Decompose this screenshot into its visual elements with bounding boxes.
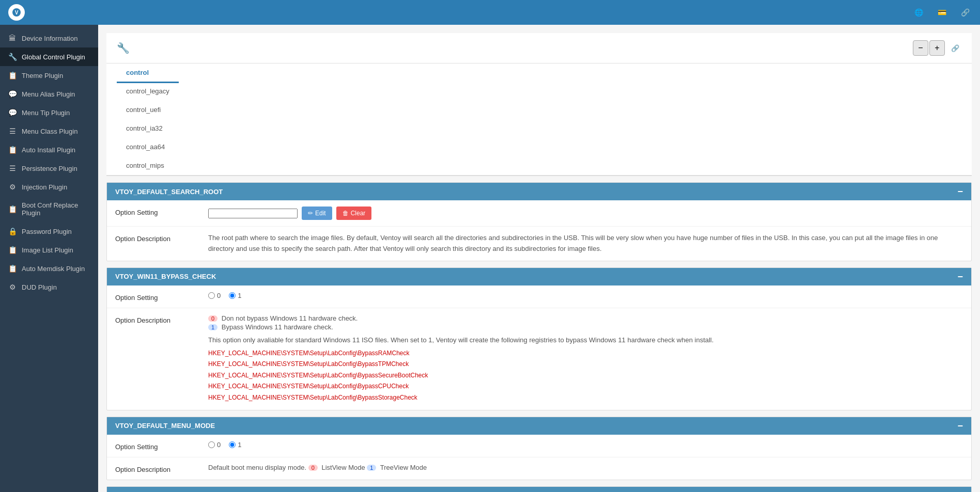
radio-group-1-0: 0 1 [208, 292, 963, 299]
logo-icon: V [8, 4, 25, 21]
section-vtoy-menu-timeout: VTOY_MENU_TIMEOUT −Option SettingOption … [106, 486, 972, 492]
row-label-2-1: Option Description [115, 464, 208, 473]
link-icon: 🔗 [951, 44, 959, 52]
sidebar-label-5: Menu Class Plugin [22, 128, 77, 135]
reg-item-4: HKEY_LOCAL_MACHINE\SYSTEM\Setup\LabConfi… [208, 392, 963, 404]
section-2-row-0: Option Setting 0 1 [107, 435, 971, 457]
sidebar-item-device-information[interactable]: 🏛 Device Information [0, 29, 98, 47]
expand-all-button[interactable]: + [929, 40, 945, 56]
tab-control_ia32[interactable]: control_ia32 [117, 119, 179, 139]
topbar: V 🌐 💳 🔗 [0, 0, 980, 25]
row-label-0-1: Option Description [115, 233, 208, 243]
sidebar-item-auto-memdisk-plugin[interactable]: 📋 Auto Memdisk Plugin [0, 259, 98, 278]
section-2-row-1: Option DescriptionDefault boot menu disp… [107, 457, 971, 480]
section-header-vtoy-menu-timeout[interactable]: VTOY_MENU_TIMEOUT − [107, 487, 971, 492]
sidebar-label-13: DUD Plugin [22, 283, 57, 291]
row-content-2-0: 0 1 [208, 441, 963, 449]
lang-icon: 🌐 [914, 8, 923, 17]
section-vtoy-default-search-root: VTOY_DEFAULT_SEARCH_ROOT −Option Setting… [106, 182, 972, 261]
donation-icon: 💳 [938, 8, 946, 17]
sidebar-item-password-plugin[interactable]: 🔒 Password Plugin [0, 222, 98, 241]
clear-icon: 🗑 [343, 210, 349, 217]
section-1-row-1: Option Description0 Don not bypass Windo… [107, 308, 971, 410]
tab-control_legacy[interactable]: control_legacy [117, 82, 179, 102]
sidebar-item-global-control-plugin[interactable]: 🔧 Global Control Plugin [0, 47, 98, 66]
sidebar-label-7: Persistence Plugin [22, 165, 77, 172]
sidebar-item-injection-plugin[interactable]: ⚙ Injection Plugin [0, 178, 98, 196]
text-input-0-0[interactable] [208, 209, 298, 218]
sidebar-item-menu-tip-plugin[interactable]: 💬 Menu Tip Plugin [0, 103, 98, 122]
sidebar-label-9: Boot Conf Replace Plugin [22, 201, 90, 217]
section-0-row-1: Option DescriptionThe root path where to… [107, 227, 971, 261]
sidebar-icon-10: 🔒 [8, 227, 17, 235]
section-header-vtoy-win11-bypass-check[interactable]: VTOY_WIN11_BYPASS_CHECK − [107, 268, 971, 285]
radio-label-0-1-0[interactable]: 0 [208, 292, 221, 299]
app-logo: V [8, 4, 914, 21]
sidebar-icon-7: ☰ [8, 164, 17, 172]
section-header-vtoy-default-search-root[interactable]: VTOY_DEFAULT_SEARCH_ROOT − [107, 183, 971, 200]
sidebar-item-boot-conf-replace-plugin[interactable]: 📋 Boot Conf Replace Plugin [0, 196, 98, 222]
mode-badge-0: 0 [308, 465, 318, 471]
sidebar: 🏛 Device Information🔧 Global Control Plu… [0, 25, 98, 492]
section-collapse-0[interactable]: − [957, 187, 963, 196]
tab-control_aa64[interactable]: control_aa64 [117, 138, 179, 157]
radio-input-1-1-0[interactable] [229, 292, 236, 299]
row-content-0-0: ✏ Edit🗑 Clear [208, 207, 963, 220]
menu-mode-desc-2-1: Default boot menu display mode. 0 ListVi… [208, 464, 963, 471]
section-title-0: VTOY_DEFAULT_SEARCH_ROOT [115, 188, 223, 196]
sidebar-icon-4: 💬 [8, 108, 17, 117]
sidebar-item-persistence-plugin[interactable]: ☰ Persistence Plugin [0, 159, 98, 178]
sidebar-item-auto-install-plugin[interactable]: 📋 Auto Install Plugin [0, 140, 98, 159]
collapse-all-button[interactable]: − [913, 40, 928, 56]
sidebar-icon-9: 📋 [8, 205, 17, 213]
section-vtoy-win11-bypass-check: VTOY_WIN11_BYPASS_CHECK −Option Setting … [106, 267, 972, 410]
tab-control_uefi[interactable]: control_uefi [117, 101, 179, 120]
page-header-left: 🔧 [117, 42, 135, 54]
radio-label-0-2-0[interactable]: 0 [208, 441, 221, 449]
sidebar-icon-0: 🏛 [8, 34, 17, 42]
radio-label-1-1-0[interactable]: 1 [229, 292, 241, 299]
page-header: 🔧 − + 🔗 [106, 33, 972, 64]
sidebar-icon-12: 📋 [8, 264, 17, 273]
sidebar-icon-3: 💬 [8, 90, 17, 98]
sidebar-item-menu-alias-plugin[interactable]: 💬 Menu Alias Plugin [0, 85, 98, 103]
row-label-1-0: Option Setting [115, 292, 208, 301]
radio-label-1-2-0[interactable]: 1 [229, 441, 241, 449]
section-title-2: VTOY_DEFAULT_MENU_MODE [115, 422, 215, 430]
edit-button-0-0[interactable]: ✏ Edit [302, 207, 332, 220]
reg-item-2: HKEY_LOCAL_MACHINE\SYSTEM\Setup\LabConfi… [208, 370, 963, 382]
tab-control_mips[interactable]: control_mips [117, 156, 179, 176]
sidebar-label-3: Menu Alias Plugin [22, 90, 75, 98]
tab-control[interactable]: control [117, 64, 179, 83]
sidebar-item-theme-plugin[interactable]: 📋 Theme Plugin [0, 66, 98, 85]
sidebar-icon-11: 📋 [8, 246, 17, 254]
radio-input-0-1-0[interactable] [208, 292, 215, 299]
sidebar-label-6: Auto Install Plugin [22, 146, 75, 154]
sidebar-icon-1: 🔧 [8, 53, 17, 61]
sidebar-label-2: Theme Plugin [22, 72, 63, 80]
row-label-0-0: Option Setting [115, 207, 208, 216]
donation-link[interactable]: 💳 [938, 8, 948, 17]
radio-input-1-2-0[interactable] [229, 441, 236, 448]
section-header-vtoy-default-menu-mode[interactable]: VTOY_DEFAULT_MENU_MODE − [107, 417, 971, 435]
sidebar-item-dud-plugin[interactable]: ⚙ DUD Plugin [0, 278, 98, 296]
clear-button-0-0[interactable]: 🗑 Clear [336, 207, 372, 220]
sidebar-item-menu-class-plugin[interactable]: ☰ Menu Class Plugin [0, 122, 98, 140]
wrench-icon: 🔧 [117, 42, 130, 54]
sidebar-item-image-list-plugin[interactable]: 📋 Image List Plugin [0, 241, 98, 259]
lang-link[interactable]: 🌐 [914, 8, 925, 17]
section-collapse-1[interactable]: − [957, 272, 963, 281]
section-collapse-2[interactable]: − [957, 421, 963, 431]
sidebar-icon-13: ⚙ [8, 283, 17, 291]
radio-input-0-2-0[interactable] [208, 441, 215, 448]
ventoy-link[interactable]: 🔗 [961, 8, 972, 17]
extra-text-1-1: This option only avaliable for standard … [208, 336, 963, 344]
sidebar-icon-5: ☰ [8, 127, 17, 135]
reg-list-1-1: HKEY_LOCAL_MACHINE\SYSTEM\Setup\LabConfi… [208, 348, 963, 404]
badge-1: 1 [208, 324, 217, 330]
sidebar-label-0: Device Information [22, 35, 77, 42]
reg-item-1: HKEY_LOCAL_MACHINE\SYSTEM\Setup\LabConfi… [208, 359, 963, 370]
sidebar-label-12: Auto Memdisk Plugin [22, 265, 85, 273]
collapse-btn-group: − + [913, 40, 945, 56]
plugin-doc-link[interactable]: 🔗 [951, 44, 961, 52]
